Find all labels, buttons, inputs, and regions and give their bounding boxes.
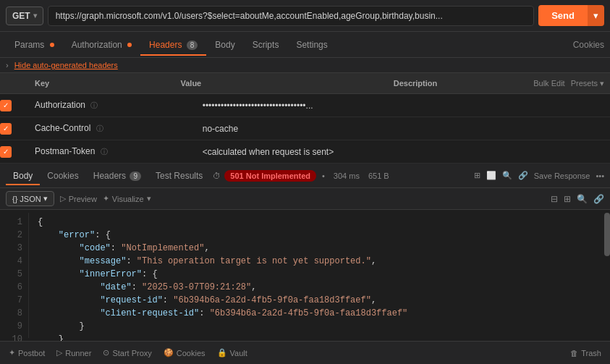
row1-checkbox[interactable]: ✓ (0, 100, 12, 111)
presets-btn[interactable]: Presets ▾ (571, 79, 604, 88)
json-content: 1 2 3 4 5 6 7 8 9 10 { "error": { "code"… (0, 210, 610, 341)
row3-key-text: Postman-Token (35, 146, 95, 156)
postbot-label: Postbot (18, 349, 45, 357)
headers-badge: 8 (187, 41, 198, 50)
visualize-icon: ✦ (103, 194, 109, 203)
search-icon[interactable]: 🔍 (502, 171, 512, 180)
request-tabs: Params Authorization Headers 8 Body Scri… (0, 32, 610, 58)
row3-key: Postman-Token ⓘ (29, 143, 197, 160)
wrap-icon[interactable]: ⊟ (551, 194, 558, 204)
row2-desc (442, 126, 610, 132)
link-icon[interactable]: 🔗 (518, 171, 528, 180)
line-numbers: 1 2 3 4 5 6 7 8 9 10 (0, 213, 29, 338)
preview-button[interactable]: ▷ Preview (60, 194, 97, 203)
row1-check-cell: ✓ (0, 100, 29, 111)
tab-params-label: Params (14, 40, 44, 50)
code-line: "innerError": { (38, 268, 596, 281)
preview-play-icon: ▷ (60, 194, 66, 203)
start-proxy-label: Start Proxy (112, 349, 151, 357)
table-row: ✓ Postman-Token ⓘ <calculated when reque… (0, 140, 610, 164)
table-row: ✓ Cache-Control ⓘ no-cache (0, 117, 610, 140)
method-chevron: ▾ (33, 12, 37, 20)
json-format-chevron: ▾ (43, 194, 48, 203)
method-select[interactable]: GET ▾ (6, 7, 43, 25)
send-dropdown-button[interactable]: ▾ (588, 5, 604, 26)
row3-value: <calculated when request is sent> (197, 144, 443, 160)
code-line: "message": "This operation target is not… (38, 255, 596, 268)
scrollbar-thumb[interactable] (604, 213, 610, 256)
trash-icon: 🗑 (570, 349, 578, 357)
sub-bar-arrow: › (6, 61, 9, 69)
copy-json-icon[interactable]: ⊞ (564, 194, 571, 204)
res-tab-cookies[interactable]: Cookies (40, 166, 85, 185)
res-time-value: 304 ms (334, 172, 360, 180)
row1-key: Authorization ⓘ (29, 97, 197, 114)
col-desc-header: Description (388, 76, 533, 90)
row1-desc (442, 103, 610, 109)
code-line: "error": { (38, 229, 596, 242)
cookies-link[interactable]: Cookies (573, 40, 604, 50)
vault-icon: 🔒 (217, 348, 227, 357)
row3-desc (442, 149, 610, 155)
postbot-icon: ✦ (9, 348, 15, 357)
send-button[interactable]: Send (538, 5, 588, 26)
row2-value: no-cache (197, 121, 443, 137)
col-value-header: Value (174, 76, 387, 90)
link-json-icon[interactable]: 🔗 (593, 194, 604, 204)
bottom-bar: ✦ Postbot ▷ Runner ⊙ Start Proxy 🍪 Cooki… (0, 341, 610, 364)
vault-button[interactable]: 🔒 Vault (217, 348, 247, 357)
code-line: } (38, 333, 596, 341)
tab-body-label: Body (215, 40, 234, 50)
tab-settings[interactable]: Settings (287, 34, 336, 56)
method-value: GET (12, 11, 30, 21)
runner-button[interactable]: ▷ Runner (56, 348, 91, 357)
res-tab-test-results[interactable]: Test Results (148, 166, 210, 185)
tab-headers[interactable]: Headers 8 (140, 34, 206, 56)
trash-button[interactable]: 🗑 Trash (570, 349, 601, 357)
cookies-bottom-button[interactable]: 🍪 Cookies (164, 348, 206, 357)
history-icon[interactable]: ⏱ (213, 172, 219, 180)
tab-body[interactable]: Body (206, 34, 243, 56)
col-key-header: Key (29, 76, 174, 90)
scrollbar-track[interactable] (604, 213, 610, 338)
res-tab-headers-label: Headers (93, 171, 126, 181)
res-tab-body[interactable]: Body (6, 166, 40, 185)
code-line: } (38, 320, 596, 333)
status-badge: 501 Not Implemented (224, 170, 316, 182)
res-tab-headers[interactable]: Headers 9 (86, 166, 148, 185)
visualize-label: Visualize (112, 195, 144, 203)
more-options-btn[interactable]: ••• (596, 172, 604, 180)
url-input[interactable] (48, 6, 535, 26)
tab-scripts[interactable]: Scripts (244, 34, 288, 56)
json-format-label: JSON (20, 195, 41, 203)
save-response-btn[interactable]: Save Response (534, 172, 590, 180)
row3-checkbox[interactable]: ✓ (0, 146, 12, 158)
json-format-icon: {} (12, 195, 17, 203)
row3-check-cell: ✓ (0, 146, 29, 158)
table-row: ✓ Authorization ⓘ ••••••••••••••••••••••… (0, 94, 610, 117)
res-tab-cookies-label: Cookies (47, 171, 78, 181)
row2-checkbox[interactable]: ✓ (0, 123, 12, 135)
code-line: { (38, 216, 596, 229)
row1-value: ••••••••••••••••••••••••••••••••••... (197, 98, 443, 114)
trash-label: Trash (581, 349, 601, 357)
start-proxy-button[interactable]: ⊙ Start Proxy (103, 348, 151, 357)
row1-value-text: ••••••••••••••••••••••••••••••••••... (203, 101, 313, 111)
visualize-button[interactable]: ✦ Visualize ▾ (103, 194, 151, 203)
cookies-bottom-icon: 🍪 (164, 348, 174, 357)
copy-icon[interactable]: ⊞ (474, 171, 480, 180)
row2-info-icon[interactable]: ⓘ (96, 124, 103, 132)
code-line: "request-id": "6b394b6a-2a2d-4fb5-9f0a-f… (38, 294, 596, 307)
download-icon[interactable]: ⬜ (486, 171, 496, 180)
row1-info-icon[interactable]: ⓘ (90, 101, 98, 109)
postbot-button[interactable]: ✦ Postbot (9, 348, 45, 357)
row3-value-text: <calculated when request is sent> (203, 147, 334, 157)
json-format-button[interactable]: {} JSON ▾ (6, 191, 54, 206)
bulk-edit-btn[interactable]: Bulk Edit (533, 79, 564, 88)
tab-params[interactable]: Params (6, 34, 63, 56)
runner-label: Runner (65, 349, 91, 357)
row3-info-icon[interactable]: ⓘ (101, 148, 108, 156)
search-json-icon[interactable]: 🔍 (577, 194, 588, 204)
tab-authorization[interactable]: Authorization (63, 34, 140, 56)
authorization-dot (127, 43, 132, 47)
